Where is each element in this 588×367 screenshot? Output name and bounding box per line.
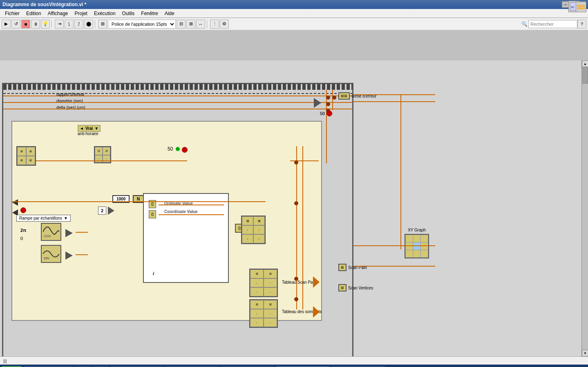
sub-wire-1 bbox=[159, 205, 224, 205]
outer-frame: rapport d'erreur diamètre (mm) delta (pa… bbox=[2, 83, 353, 365]
scroll-up-button[interactable]: ▲ bbox=[582, 60, 588, 67]
reorder-button[interactable]: ⋮ bbox=[210, 20, 219, 29]
scroll-v-thumb[interactable] bbox=[582, 67, 588, 84]
vertical-scrollbar[interactable]: ▲ ▼ bbox=[581, 60, 588, 356]
red-circle-3 bbox=[182, 147, 188, 153]
status-text: ||| bbox=[3, 358, 7, 363]
dot-y-2 bbox=[294, 201, 298, 205]
step-out-button[interactable]: ⤴ bbox=[74, 20, 83, 29]
menu-fenetre[interactable]: Fenêtre bbox=[138, 10, 161, 17]
matrix-cluster-right[interactable]: ⊞ ⊞ ◦ ◦ ◦ ◦ bbox=[241, 216, 266, 244]
svg-text:COS: COS bbox=[44, 234, 51, 238]
connector-panel bbox=[576, 2, 586, 12]
breakpoint-button[interactable]: ⬤ bbox=[84, 20, 93, 29]
wire-v-out-1 bbox=[400, 94, 401, 249]
xy-graph-icon[interactable] bbox=[405, 234, 429, 258]
rampe-label: Rampe par échantillons bbox=[19, 216, 62, 220]
highlight-button[interactable]: 💡 bbox=[41, 20, 50, 29]
matrix-block-1[interactable]: ⊞ ⊞ ⊞ ⊞ bbox=[16, 146, 36, 166]
wire-v-right-1 bbox=[326, 90, 327, 163]
wire-rapport-erreur bbox=[3, 96, 352, 96]
wire-delta bbox=[3, 109, 352, 109]
menu-aide[interactable]: Aide bbox=[161, 10, 178, 17]
resize-button[interactable]: ↔ bbox=[196, 20, 205, 29]
rapport-erreur-label: rapport d'erreur bbox=[56, 92, 85, 97]
dot-2 bbox=[326, 102, 330, 106]
step-into-button[interactable]: ⇥ bbox=[55, 20, 64, 29]
zero-label-1: 0 bbox=[20, 236, 23, 241]
yellow-wire-top bbox=[36, 160, 187, 161]
rampe-dropdown[interactable]: Rampe par échantillons ▼ bbox=[16, 215, 71, 222]
input-0-2[interactable]: 0 bbox=[149, 210, 156, 218]
scroll-v-track[interactable] bbox=[582, 67, 588, 350]
menu-edition[interactable]: Edition bbox=[23, 10, 45, 17]
distribute-button[interactable]: ⊞ bbox=[186, 20, 195, 29]
status-bar: ||| bbox=[0, 356, 588, 365]
taskbar: ⊞ 🖥 Principal 🔍 🌐 ▶ Exportez vos don... … bbox=[0, 365, 588, 367]
cos-block[interactable]: COS bbox=[41, 223, 61, 241]
toolbar-separator-1 bbox=[51, 20, 53, 28]
toolbar-separator-2 bbox=[95, 20, 96, 28]
green-dot-1 bbox=[176, 147, 180, 151]
two-block[interactable]: 2 bbox=[98, 207, 106, 215]
align-button[interactable]: ⊟ bbox=[177, 20, 186, 29]
two-pi-label: 2π bbox=[20, 228, 27, 233]
step-over-button[interactable]: ⤵ bbox=[65, 20, 74, 29]
extra-button[interactable]: ⚙ bbox=[220, 20, 229, 29]
dot-1 bbox=[326, 96, 330, 100]
main-area: rapport d'erreur diamètre (mm) delta (pa… bbox=[0, 60, 588, 367]
vrai-selector[interactable]: ◄ Vrai ▼ bbox=[78, 125, 101, 132]
arrow-sommets bbox=[313, 306, 320, 318]
run-button[interactable]: ▶ bbox=[2, 20, 11, 29]
sortie-erreur-block[interactable]: ⊞⊞ bbox=[338, 92, 350, 100]
arrow-left-1 bbox=[12, 199, 18, 206]
wait-symbol: 50 bbox=[168, 146, 173, 152]
search-input[interactable] bbox=[528, 20, 577, 28]
title-bar: Diagramme de sousVIntégration.vi * ─ □ ✕ bbox=[0, 0, 588, 9]
toolbar: ▶ ↺ ■ ⏸ 💡 ⇥ ⤵ ⤴ ⬤ ⊞ Police de l'applicat… bbox=[0, 18, 588, 30]
menu-projet[interactable]: Projet bbox=[72, 10, 91, 17]
wire-v-yellow-2 bbox=[302, 146, 303, 309]
wire-v-yellow-1 bbox=[296, 146, 297, 309]
menu-fichier[interactable]: Fichier bbox=[2, 10, 23, 17]
n-label-text: N bbox=[137, 197, 140, 201]
dot-4 bbox=[332, 96, 336, 100]
menu-execution[interactable]: Exécution bbox=[91, 10, 119, 17]
abort-button[interactable]: ■ bbox=[21, 20, 30, 29]
diagram-inner[interactable]: rapport d'erreur diamètre (mm) delta (pa… bbox=[0, 60, 581, 367]
clean-diagram-button[interactable]: ⊞ bbox=[98, 20, 107, 29]
wire-out-scan bbox=[353, 245, 435, 246]
yellow-wire-mid bbox=[12, 201, 266, 202]
yellow-wire-cos bbox=[76, 232, 88, 233]
search-icon: 🔍 bbox=[521, 21, 528, 27]
arrow-scan bbox=[313, 276, 320, 288]
sortie-erreur-area: ⊞⊞ sortie d'erreur bbox=[338, 92, 376, 100]
search-area: 🔍 ? bbox=[521, 20, 586, 29]
menu-bar: Fichier Edition Affichage Projet Exécuti… bbox=[0, 9, 588, 18]
scan-vertices-label: Scan Vertices bbox=[348, 286, 373, 290]
menu-outils[interactable]: Outils bbox=[119, 10, 138, 17]
toolbar-separator-3 bbox=[207, 20, 208, 28]
search-help-button[interactable]: ? bbox=[577, 20, 586, 29]
scan-vertices-block[interactable]: ⊞ bbox=[338, 284, 347, 291]
scan-path-cluster[interactable]: ⊞ ⊞ ◦ ◦ ◦ ◦ bbox=[249, 269, 278, 297]
wire-out-1 bbox=[353, 94, 435, 95]
sin-block[interactable]: SIN bbox=[41, 245, 61, 263]
run-continuously-button[interactable]: ↺ bbox=[11, 20, 20, 29]
xy-graph-area: XY Graph bbox=[405, 228, 429, 258]
anti-horaire-label: anti-horaire bbox=[78, 131, 98, 136]
scan-path-area: ⊞ Scan Path bbox=[338, 264, 367, 271]
wire-dashed bbox=[3, 93, 352, 94]
scroll-down-button[interactable]: ▼ bbox=[582, 350, 588, 356]
yellow-wire-sin bbox=[76, 254, 88, 255]
sub-diagram-block[interactable]: 0 0 Ordinate Value Coordinate Value i bbox=[143, 193, 229, 283]
scan-path-block[interactable]: ⊞ bbox=[338, 264, 347, 271]
font-dropdown[interactable]: Police de l'application 15pts bbox=[108, 20, 176, 29]
diagram-canvas[interactable]: rapport d'erreur diamètre (mm) delta (pa… bbox=[0, 60, 588, 367]
wire-v-right-2 bbox=[332, 90, 333, 110]
i-label: i bbox=[153, 271, 154, 276]
sommets-cluster[interactable]: ⊞ ⊞ ◦ ◦ ◦ ◦ bbox=[249, 299, 278, 328]
dot-y-4 bbox=[294, 297, 298, 301]
pause-button[interactable]: ⏸ bbox=[31, 20, 40, 29]
menu-affichage[interactable]: Affichage bbox=[45, 10, 72, 17]
